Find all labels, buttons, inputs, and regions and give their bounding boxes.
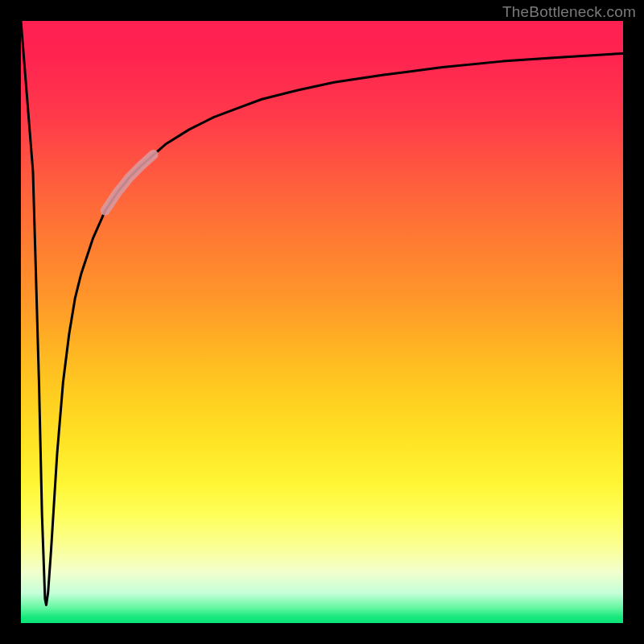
- chart-frame: TheBottleneck.com: [0, 0, 644, 644]
- plot-area: [21, 21, 623, 623]
- gradient-background: [21, 21, 623, 623]
- watermark-text: TheBottleneck.com: [502, 3, 636, 21]
